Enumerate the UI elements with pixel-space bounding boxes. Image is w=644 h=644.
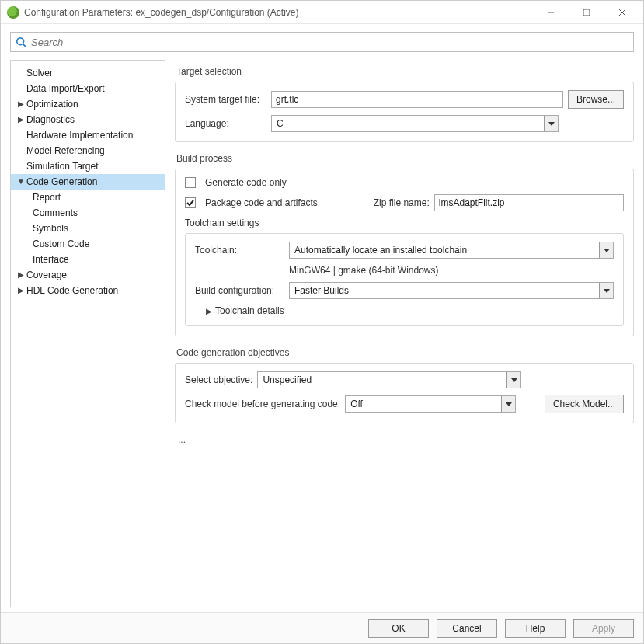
sidebar-item-label: Custom Code bbox=[33, 238, 89, 249]
build-config-label: Build configuration: bbox=[195, 285, 284, 296]
check-model-value: Off bbox=[346, 396, 501, 412]
check-model-button[interactable]: Check Model... bbox=[545, 395, 624, 413]
zip-file-input[interactable] bbox=[434, 194, 624, 211]
search-input[interactable] bbox=[30, 36, 628, 49]
sidebar-item-hardware-implementation[interactable]: Hardware Implementation bbox=[11, 127, 165, 143]
generate-code-only-checkbox[interactable] bbox=[185, 177, 196, 188]
toolchain-info: MinGW64 | gmake (64-bit Windows) bbox=[289, 265, 439, 276]
search-bar[interactable] bbox=[10, 32, 634, 52]
package-code-label: Package code and artifacts bbox=[205, 197, 318, 208]
browse-button[interactable]: Browse... bbox=[568, 90, 624, 109]
toolchain-details-label: Toolchain details bbox=[215, 305, 284, 316]
sidebar-item-label: Code Generation bbox=[26, 176, 97, 187]
chevron-down-icon bbox=[544, 116, 558, 131]
toolchain-settings-group: Toolchain: Automatically locate an insta… bbox=[185, 233, 624, 326]
sidebar-item-data-import-export[interactable]: Data Import/Export bbox=[11, 81, 165, 96]
more-options-ellipsis[interactable]: ... bbox=[178, 434, 634, 445]
toolchain-label: Toolchain: bbox=[195, 245, 284, 256]
titlebar: Configuration Parameters: ex_codegen_dsp… bbox=[1, 1, 643, 24]
sidebar-item-label: Simulation Target bbox=[26, 161, 99, 172]
apply-button[interactable]: Apply bbox=[573, 619, 634, 638]
package-code-checkbox[interactable] bbox=[185, 197, 196, 208]
build-config-value: Faster Builds bbox=[290, 283, 599, 298]
close-button[interactable] bbox=[604, 1, 640, 24]
sidebar-item-code-generation[interactable]: ▼Code Generation bbox=[11, 174, 165, 190]
sidebar-item-label: Diagnostics bbox=[26, 114, 75, 125]
sidebar-item-label: Model Referencing bbox=[26, 145, 105, 156]
svg-marker-3 bbox=[604, 249, 610, 252]
code-gen-objectives-group: Select objective: Unspecified Check mode… bbox=[175, 363, 634, 423]
select-objective-value: Unspecified bbox=[258, 372, 506, 388]
sidebar-item-custom-code[interactable]: Custom Code bbox=[11, 236, 165, 252]
sidebar-item-diagnostics[interactable]: ▶Diagnostics bbox=[11, 112, 165, 127]
sidebar-item-label: Solver bbox=[26, 68, 53, 78]
chevron-down-icon bbox=[599, 283, 613, 298]
chevron-down-icon bbox=[501, 396, 515, 412]
ok-button[interactable]: OK bbox=[368, 619, 429, 638]
chevron-right-icon: ▶ bbox=[206, 307, 212, 315]
window-title: Configuration Parameters: ex_codegen_dsp… bbox=[24, 7, 299, 18]
select-objective-label: Select objective: bbox=[185, 374, 252, 385]
target-selection-title: Target selection bbox=[176, 66, 634, 77]
dialog-footer: OK Cancel Help Apply bbox=[1, 612, 643, 643]
zip-file-label: Zip file name: bbox=[374, 197, 430, 208]
svg-marker-6 bbox=[506, 402, 512, 406]
cancel-button[interactable]: Cancel bbox=[437, 619, 497, 638]
build-process-title: Build process bbox=[176, 153, 634, 164]
language-value: C bbox=[272, 116, 544, 131]
sidebar-item-solver[interactable]: Solver bbox=[11, 65, 165, 81]
maximize-button[interactable] bbox=[569, 1, 604, 24]
sidebar-item-optimization[interactable]: ▶Optimization bbox=[11, 96, 165, 112]
chevron-down-icon bbox=[506, 372, 520, 388]
content-pane: Target selection System target file: Bro… bbox=[165, 60, 634, 607]
app-icon bbox=[7, 6, 19, 19]
minimize-button[interactable] bbox=[533, 1, 569, 24]
sidebar-item-hdl-code-generation[interactable]: ▶HDL Code Generation bbox=[11, 283, 165, 298]
toolchain-value: Automatically locate an installed toolch… bbox=[290, 242, 599, 258]
sidebar-item-comments[interactable]: Comments bbox=[11, 205, 165, 221]
check-model-select[interactable]: Off bbox=[345, 395, 516, 413]
language-label: Language: bbox=[185, 118, 266, 129]
sidebar: SolverData Import/Export▶Optimization▶Di… bbox=[10, 60, 165, 607]
build-config-select[interactable]: Faster Builds bbox=[289, 282, 614, 299]
sidebar-item-label: Report bbox=[33, 192, 61, 203]
sidebar-item-label: Comments bbox=[33, 207, 78, 218]
generate-code-only-label: Generate code only bbox=[205, 177, 287, 188]
sidebar-item-report[interactable]: Report bbox=[11, 190, 165, 205]
svg-rect-0 bbox=[583, 9, 590, 16]
search-icon bbox=[16, 37, 26, 47]
build-process-group: Generate code only Package code and arti… bbox=[175, 169, 634, 336]
sidebar-item-interface[interactable]: Interface bbox=[11, 252, 165, 267]
sidebar-item-symbols[interactable]: Symbols bbox=[11, 221, 165, 236]
toolchain-settings-title: Toolchain settings bbox=[185, 218, 624, 228]
system-target-file-label: System target file: bbox=[185, 94, 266, 105]
sidebar-item-model-referencing[interactable]: Model Referencing bbox=[11, 143, 165, 158]
sidebar-item-label: Hardware Implementation bbox=[26, 130, 133, 141]
chevron-right-icon: ▶ bbox=[16, 116, 26, 124]
check-model-label: Check model before generating code: bbox=[185, 399, 340, 409]
chevron-right-icon: ▶ bbox=[16, 100, 26, 108]
sidebar-item-label: Symbols bbox=[33, 223, 68, 234]
sidebar-item-label: Interface bbox=[33, 254, 69, 265]
svg-marker-5 bbox=[511, 378, 517, 382]
svg-marker-2 bbox=[548, 122, 555, 126]
language-select[interactable]: C bbox=[271, 115, 559, 132]
svg-point-1 bbox=[17, 38, 24, 45]
toolchain-select[interactable]: Automatically locate an installed toolch… bbox=[289, 242, 614, 259]
sidebar-item-coverage[interactable]: ▶Coverage bbox=[11, 267, 165, 283]
sidebar-item-label: HDL Code Generation bbox=[26, 285, 118, 296]
svg-marker-4 bbox=[604, 289, 610, 293]
system-target-file-input[interactable] bbox=[271, 91, 563, 108]
target-selection-group: System target file: Browse... Language: … bbox=[175, 82, 634, 142]
chevron-right-icon: ▶ bbox=[16, 287, 26, 294]
toolchain-details-expander[interactable]: ▶ Toolchain details bbox=[195, 305, 614, 316]
sidebar-item-label: Data Import/Export bbox=[26, 83, 105, 94]
sidebar-item-simulation-target[interactable]: Simulation Target bbox=[11, 158, 165, 174]
sidebar-item-label: Optimization bbox=[26, 99, 78, 110]
chevron-down-icon bbox=[599, 242, 613, 258]
sidebar-item-label: Coverage bbox=[26, 270, 67, 280]
chevron-right-icon: ▶ bbox=[16, 271, 26, 279]
config-window: Configuration Parameters: ex_codegen_dsp… bbox=[0, 0, 644, 644]
select-objective-select[interactable]: Unspecified bbox=[257, 371, 521, 388]
help-button[interactable]: Help bbox=[505, 619, 566, 638]
